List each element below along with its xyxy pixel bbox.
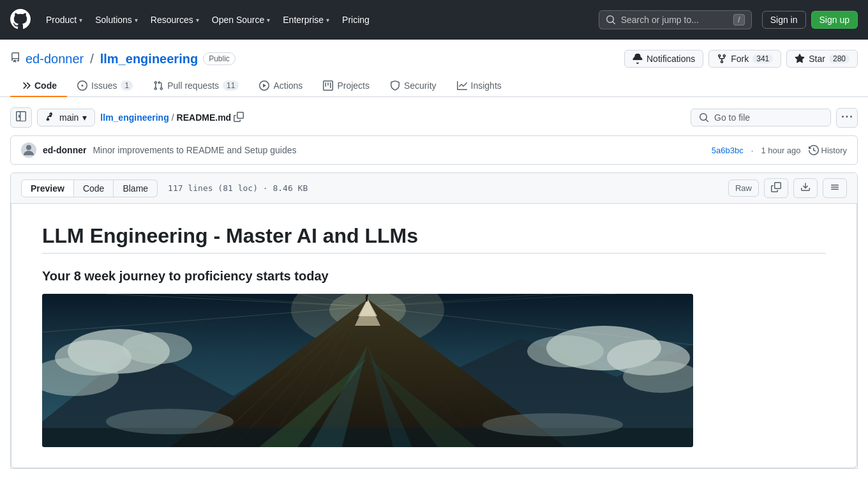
tab-pull-requests[interactable]: Pull requests 11	[143, 75, 249, 97]
branch-selector[interactable]: main ▾	[37, 109, 95, 126]
branch-icon	[45, 112, 56, 123]
sign-in-button[interactable]: Sign in	[762, 11, 806, 29]
sidebar-toggle-button[interactable]	[10, 107, 32, 128]
download-icon	[800, 182, 811, 192]
repo-actions: Notifications Fork 341 Star 280	[624, 50, 858, 68]
preview-tab[interactable]: Preview	[21, 179, 74, 197]
readme-subtitle: Your 8 week journey to proficiency start…	[42, 269, 826, 284]
projects-icon	[323, 80, 333, 91]
file-toolbar-right: Raw	[728, 178, 847, 198]
tab-insights[interactable]: Insights	[447, 75, 512, 97]
pr-icon	[153, 80, 163, 91]
tab-issues[interactable]: Issues 1	[67, 75, 143, 97]
tab-code[interactable]: Code	[10, 75, 67, 97]
repo-visibility-badge: Public	[203, 52, 236, 65]
svg-point-39	[106, 409, 234, 434]
more-options-button[interactable]	[836, 108, 858, 128]
security-icon	[390, 80, 400, 91]
star-button[interactable]: Star 280	[786, 50, 858, 68]
file-path-file: README.md	[177, 112, 232, 123]
raw-button[interactable]: Raw	[728, 179, 759, 197]
file-area: main ▾ llm_engineering / README.md Go to	[0, 97, 868, 479]
repo-nav: Code Issues 1 Pull requests 11 Actions	[10, 75, 858, 96]
nav-product[interactable]: Product ▾	[41, 11, 87, 29]
code-icon	[20, 80, 31, 91]
main-nav: Product ▾ Solutions ▾ Resources ▾ Open S…	[41, 11, 588, 29]
site-header: Product ▾ Solutions ▾ Resources ▾ Open S…	[0, 0, 868, 40]
readme-title: LLM Engineering - Master AI and LLMs	[42, 224, 826, 254]
search-icon	[606, 15, 616, 25]
code-tab[interactable]: Code	[74, 179, 114, 197]
issue-icon	[77, 80, 87, 91]
repo-separator: /	[90, 52, 94, 66]
outline-button[interactable]	[823, 178, 847, 198]
repo-header: ed-donner / llm_engineering Public Notif…	[0, 40, 868, 97]
chevron-down-icon: ▾	[267, 17, 270, 24]
file-path-repo-link[interactable]: llm_engineering	[100, 112, 168, 123]
sign-up-button[interactable]: Sign up	[811, 11, 858, 29]
chevron-down-icon: ▾	[79, 17, 82, 24]
branch-bar-left: main ▾ llm_engineering / README.md	[10, 107, 244, 128]
commit-bar-right: 5a6b3bc · 1 hour ago History	[712, 145, 847, 155]
tab-actions[interactable]: Actions	[249, 75, 313, 97]
chevron-down-icon: ▾	[326, 17, 329, 24]
file-meta: 117 lines (81 loc) · 8.46 KB	[168, 183, 308, 193]
nav-solutions[interactable]: Solutions ▾	[90, 11, 143, 29]
file-path: llm_engineering / README.md	[100, 112, 244, 124]
list-icon	[830, 182, 840, 192]
view-tab-group: Preview Code Blame	[21, 179, 158, 197]
svg-rect-32	[366, 296, 368, 301]
svg-point-15	[122, 332, 192, 364]
nav-resources[interactable]: Resources ▾	[146, 11, 204, 29]
commit-sha[interactable]: 5a6b3bc	[712, 146, 744, 155]
search-bar[interactable]: Search or jump to... /	[599, 10, 752, 29]
fork-icon	[717, 54, 727, 64]
history-link[interactable]: History	[809, 145, 847, 155]
chevron-down-icon: ▾	[82, 112, 87, 123]
commit-bar-left: ed-donner Minor improvements to README a…	[21, 142, 297, 158]
svg-point-40	[483, 413, 623, 436]
svg-point-0	[26, 145, 31, 150]
chevron-down-icon: ▾	[135, 17, 138, 24]
kebab-icon	[842, 112, 852, 122]
tab-security[interactable]: Security	[380, 75, 447, 97]
commit-time-ago: 1 hour ago	[761, 146, 800, 155]
commit-bar: ed-donner Minor improvements to README a…	[10, 135, 858, 165]
file-toolbar: Preview Code Blame 117 lines (81 loc) · …	[11, 173, 857, 204]
history-icon	[809, 145, 819, 155]
repo-title-row: ed-donner / llm_engineering Public Notif…	[10, 50, 858, 68]
go-to-file-input[interactable]: Go to file	[691, 109, 831, 126]
tab-projects[interactable]: Projects	[313, 75, 380, 97]
star-icon	[795, 54, 805, 64]
repo-icon	[10, 52, 20, 65]
copy-path-icon[interactable]	[234, 112, 244, 124]
copy-raw-icon	[771, 182, 781, 192]
chevron-down-icon: ▾	[196, 17, 199, 24]
repo-title-left: ed-donner / llm_engineering Public	[10, 52, 236, 66]
download-button[interactable]	[793, 178, 818, 198]
file-view: Preview Code Blame 117 lines (81 loc) · …	[10, 172, 858, 469]
fork-button[interactable]: Fork 341	[708, 50, 781, 68]
file-content: LLM Engineering - Master AI and LLMs You…	[11, 204, 857, 468]
insights-icon	[457, 80, 467, 91]
commit-message: Minor improvements to README and Setup g…	[93, 145, 296, 155]
branch-bar: main ▾ llm_engineering / README.md Go to	[10, 107, 858, 128]
bell-icon	[632, 54, 643, 64]
blame-tab[interactable]: Blame	[114, 179, 158, 197]
svg-point-33	[366, 294, 368, 297]
header-actions: Sign in Sign up	[762, 11, 858, 29]
nav-open-source[interactable]: Open Source ▾	[207, 11, 276, 29]
repo-owner[interactable]: ed-donner	[26, 52, 84, 66]
nav-enterprise[interactable]: Enterprise ▾	[278, 11, 334, 29]
nav-pricing[interactable]: Pricing	[337, 11, 375, 29]
repo-name[interactable]: llm_engineering	[100, 52, 198, 66]
readme-image	[42, 294, 693, 447]
author-avatar[interactable]	[21, 142, 36, 158]
notifications-button[interactable]: Notifications	[624, 50, 703, 68]
sidebar-icon	[16, 111, 26, 121]
commit-time: ·	[751, 146, 754, 155]
copy-raw-button[interactable]	[764, 178, 788, 198]
svg-point-19	[527, 335, 604, 367]
github-logo[interactable]	[10, 9, 31, 31]
commit-author[interactable]: ed-donner	[43, 145, 86, 155]
